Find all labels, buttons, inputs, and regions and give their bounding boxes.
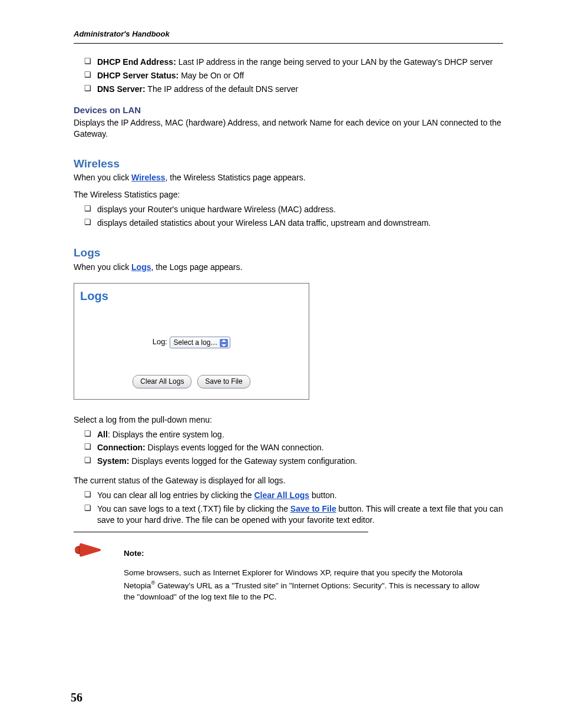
wireless-intro: When you click Wireless, the Wireless St…	[74, 172, 503, 183]
devices-text: Displays the IP Address, MAC (hardware) …	[74, 117, 503, 140]
running-header: Administrator's Handbook	[74, 29, 503, 38]
clear-all-logs-button[interactable]: Clear All Logs	[133, 375, 191, 388]
note-label: Note:	[124, 548, 483, 559]
pointing-hand-icon	[74, 539, 109, 562]
devices-heading: Devices on LAN	[74, 104, 503, 116]
list-item: DHCP Server Status: May be On or Off	[84, 70, 503, 81]
list-item: You can save logs to a text (.TXT) file …	[84, 503, 503, 526]
logs-panel-title: Logs	[80, 288, 303, 304]
log-select-label: Log:	[153, 338, 167, 347]
list-item: You can clear all log entries by clickin…	[84, 490, 503, 501]
dropdown-caret-icon	[220, 339, 228, 347]
top-list: DHCP End Address: Last IP address in the…	[74, 57, 503, 95]
logs-intro: When you click Logs, the Logs page appea…	[74, 262, 503, 273]
logs-postline: Select a log from the pull-down menu:	[74, 414, 503, 426]
logs-link[interactable]: Logs	[131, 262, 151, 272]
list-item: System: Displays events logged for the G…	[84, 456, 503, 467]
page-number: 56	[71, 691, 82, 704]
header-rule	[74, 43, 503, 44]
list-item: DNS Server: The IP address of the defaul…	[84, 84, 503, 95]
wireless-heading: Wireless	[74, 156, 503, 172]
list-item: displays your Router's unique hardware W…	[84, 204, 503, 215]
note-rule	[74, 532, 368, 539]
logs-panel: Logs Log: Select a log… Clear All Logs S…	[74, 283, 309, 399]
list-item: displays detailed statistics about your …	[84, 218, 503, 229]
wireless-link[interactable]: Wireless	[131, 173, 165, 182]
logs-options: All: Displays the entire system log. Con…	[74, 429, 503, 467]
wireless-line2: The Wireless Statistics page:	[74, 189, 503, 200]
list-item: All: Displays the entire system log.	[84, 429, 503, 440]
logs-action-bullets: You can clear all log entries by clickin…	[74, 490, 503, 526]
note-text: Some browsers, such as Internet Explorer…	[124, 567, 483, 602]
list-item: Connection: Displays events logged for t…	[84, 442, 503, 453]
log-select[interactable]: Select a log…	[170, 337, 231, 348]
save-to-file-link[interactable]: Save to File	[290, 504, 336, 513]
list-item: DHCP End Address: Last IP address in the…	[84, 57, 503, 68]
logs-heading: Logs	[74, 245, 503, 261]
save-to-file-button[interactable]: Save to File	[197, 375, 250, 388]
clear-all-logs-link[interactable]: Clear All Logs	[254, 490, 309, 500]
wireless-bullets: displays your Router's unique hardware W…	[74, 204, 503, 229]
logs-status-line: The current status of the Gateway is dis…	[74, 475, 503, 486]
